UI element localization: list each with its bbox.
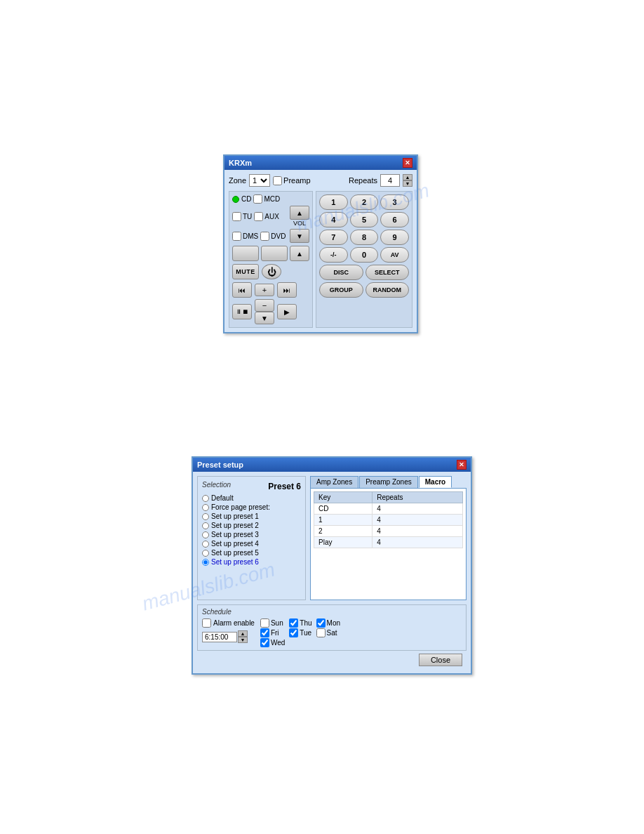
nav-up-button[interactable]: ▲ bbox=[290, 246, 309, 261]
power-button[interactable]: ⏻ bbox=[262, 264, 281, 279]
preset-window: Preset setup ✕ Selection Preset 6 Defaul… bbox=[192, 456, 472, 675]
mcd-checkbox[interactable] bbox=[253, 194, 262, 204]
num-7[interactable]: 7 bbox=[319, 230, 348, 245]
disc-button[interactable]: DISC bbox=[319, 265, 363, 280]
sat-checkbox[interactable] bbox=[316, 628, 326, 637]
random-button[interactable]: RANDOM bbox=[365, 282, 410, 298]
nav-down-button[interactable]: ▼ bbox=[255, 312, 274, 324]
radio-preset-4: Set up preset 4 bbox=[202, 540, 301, 548]
day-tue: Tue bbox=[289, 628, 311, 637]
tab-macro[interactable]: Macro bbox=[419, 476, 452, 488]
num-1[interactable]: 1 bbox=[319, 194, 348, 210]
repeats-down[interactable]: ▼ bbox=[403, 180, 412, 187]
num-5[interactable]: 5 bbox=[350, 212, 379, 227]
sun-label: Sun bbox=[271, 619, 283, 627]
num-av[interactable]: AV bbox=[380, 247, 409, 263]
preamp-label: Preamp bbox=[283, 176, 311, 185]
zone-label: Zone bbox=[229, 176, 246, 185]
schedule-panel: Schedule Alarm enable ▲ ▼ bbox=[197, 604, 467, 651]
plus-button[interactable]: + bbox=[255, 284, 274, 296]
play-button[interactable]: ▶ bbox=[277, 304, 297, 319]
table-row: Play 4 bbox=[314, 537, 463, 548]
aux-checkbox[interactable] bbox=[254, 212, 263, 221]
macro-repeats-1: 4 bbox=[373, 515, 463, 526]
rewind-button[interactable]: ⏮ bbox=[232, 282, 252, 298]
time-input[interactable] bbox=[202, 632, 237, 642]
aux-check: AUX bbox=[254, 212, 279, 221]
num-2[interactable]: 2 bbox=[350, 194, 379, 210]
thu-checkbox[interactable] bbox=[289, 618, 298, 628]
repeats-up[interactable]: ▲ bbox=[403, 174, 412, 180]
radio-preset-1-input[interactable] bbox=[202, 513, 209, 520]
preset-name: Preset 6 bbox=[268, 482, 301, 491]
num-dash[interactable]: -/- bbox=[319, 247, 348, 263]
num-3[interactable]: 3 bbox=[380, 194, 409, 210]
select-button[interactable]: SELECT bbox=[365, 265, 410, 280]
alarm-checkbox[interactable] bbox=[202, 618, 211, 628]
vol-down-button[interactable]: ▼ bbox=[290, 229, 309, 243]
krxm-titlebar: KRXm ✕ bbox=[224, 156, 417, 170]
tue-checkbox[interactable] bbox=[289, 628, 298, 637]
table-row: 2 4 bbox=[314, 526, 463, 537]
close-bar: Close bbox=[197, 651, 467, 669]
num-8[interactable]: 8 bbox=[350, 230, 379, 245]
sun-checkbox[interactable] bbox=[260, 618, 269, 628]
time-down[interactable]: ▼ bbox=[238, 637, 248, 643]
zone-select[interactable]: 123 bbox=[249, 174, 270, 187]
radio-preset-3: Set up preset 3 bbox=[202, 531, 301, 538]
source-btn-1[interactable] bbox=[232, 246, 259, 261]
close-button[interactable]: Close bbox=[419, 654, 462, 666]
radio-default-input[interactable] bbox=[202, 495, 209, 502]
mute-button[interactable]: MUTE bbox=[232, 264, 259, 279]
alarm-section: Alarm enable ▲ ▼ bbox=[202, 618, 255, 643]
radio-preset-2-input[interactable] bbox=[202, 522, 209, 529]
source-btn-2[interactable] bbox=[261, 246, 288, 261]
forward-button[interactable]: ⏭ bbox=[277, 282, 297, 298]
tab-amp-zones[interactable]: Amp Zones bbox=[310, 476, 358, 488]
radio-preset-3-label: Set up preset 3 bbox=[211, 531, 259, 538]
schedule-title: Schedule bbox=[202, 608, 462, 616]
dvd-checkbox[interactable] bbox=[260, 232, 269, 241]
numpad-grid: 1 2 3 4 5 6 7 8 9 -/- 0 AV bbox=[319, 194, 409, 263]
macro-key-cd: CD bbox=[314, 503, 373, 515]
radio-preset-3-input[interactable] bbox=[202, 531, 209, 538]
radio-default-label: Default bbox=[211, 494, 234, 502]
wed-checkbox[interactable] bbox=[260, 638, 269, 647]
preset-close-x-button[interactable]: ✕ bbox=[457, 460, 467, 470]
aux-text: AUX bbox=[264, 213, 279, 220]
radio-preset-6-label: Set up preset 6 bbox=[211, 558, 259, 566]
tu-checkbox[interactable] bbox=[232, 212, 241, 221]
tu-text: TU bbox=[243, 213, 252, 220]
alarm-enable-check: Alarm enable bbox=[202, 618, 255, 628]
preamp-checkbox[interactable] bbox=[273, 176, 282, 185]
time-up[interactable]: ▲ bbox=[238, 630, 248, 637]
preset-titlebar: Preset setup ✕ bbox=[193, 458, 471, 472]
dvd-check: DVD bbox=[260, 232, 286, 241]
sat-label: Sat bbox=[327, 629, 337, 637]
repeats-label: Repeats bbox=[349, 176, 377, 185]
num-9[interactable]: 9 bbox=[380, 230, 409, 245]
dms-checkbox[interactable] bbox=[232, 232, 241, 241]
num-6[interactable]: 6 bbox=[380, 212, 409, 227]
group-button[interactable]: GROUP bbox=[319, 282, 363, 298]
tab-preamp-zones[interactable]: Preamp Zones bbox=[359, 476, 418, 488]
pause-stop-button[interactable]: ⏸⏹ bbox=[232, 304, 252, 319]
radio-preset-1-label: Set up preset 1 bbox=[211, 512, 259, 520]
repeats-input[interactable] bbox=[380, 174, 400, 187]
minus-button[interactable]: − bbox=[255, 299, 274, 312]
macro-table: Key Repeats CD 4 1 4 bbox=[314, 491, 463, 548]
krxm-close-button[interactable]: ✕ bbox=[403, 158, 412, 168]
vol-up-button[interactable]: ▲ bbox=[290, 206, 309, 220]
alarm-enable-label: Alarm enable bbox=[213, 619, 255, 627]
num-4[interactable]: 4 bbox=[319, 212, 348, 227]
mcd-text: MCD bbox=[264, 195, 280, 203]
radio-preset-5-label: Set up preset 5 bbox=[211, 549, 259, 557]
mon-checkbox[interactable] bbox=[316, 618, 326, 628]
radio-preset-5-input[interactable] bbox=[202, 550, 209, 557]
radio-preset-4-input[interactable] bbox=[202, 541, 209, 548]
num-0[interactable]: 0 bbox=[350, 247, 379, 263]
radio-preset-6-input[interactable] bbox=[202, 559, 209, 566]
day-sun: Sun bbox=[260, 618, 285, 628]
fri-checkbox[interactable] bbox=[260, 628, 269, 637]
radio-force-page-input[interactable] bbox=[202, 504, 209, 511]
